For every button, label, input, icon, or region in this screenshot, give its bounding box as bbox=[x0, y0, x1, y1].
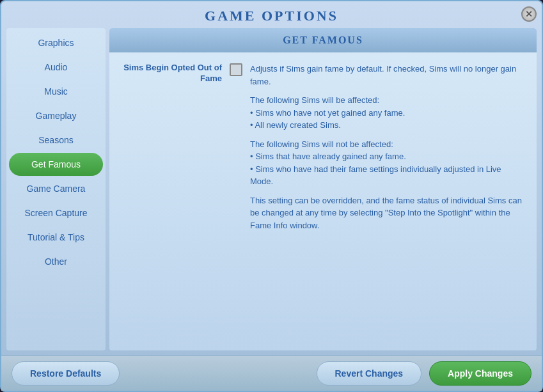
sidebar-item-screen-capture[interactable]: Screen Capture bbox=[9, 201, 103, 224]
desc-2-text: The following Sims will be affected:• Si… bbox=[250, 95, 405, 130]
desc-3: The following Sims will not be affected:… bbox=[250, 138, 526, 188]
desc-3-text: The following Sims will not be affected:… bbox=[250, 139, 501, 187]
option-label: Sims Begin Opted Out of Fame bbox=[120, 63, 222, 84]
apply-changes-button[interactable]: Apply Changes bbox=[429, 361, 531, 386]
sidebar-item-game-camera[interactable]: Game Camera bbox=[9, 177, 103, 200]
checkbox-wrapper bbox=[230, 63, 242, 76]
revert-changes-button[interactable]: Revert Changes bbox=[317, 361, 422, 386]
modal-title-bar: Game Options ✕ bbox=[1, 1, 542, 28]
sidebar-item-music[interactable]: Music bbox=[9, 80, 103, 103]
option-description: Adjusts if Sims gain fame by default. If… bbox=[250, 63, 526, 231]
desc-1: Adjusts if Sims gain fame by default. If… bbox=[250, 63, 526, 88]
sidebar-item-graphics[interactable]: Graphics bbox=[9, 31, 103, 54]
game-options-modal: Game Options ✕ Graphics Audio Music Game… bbox=[0, 0, 543, 392]
sidebar-item-audio[interactable]: Audio bbox=[9, 56, 103, 79]
close-button[interactable]: ✕ bbox=[521, 6, 537, 22]
sidebar: Graphics Audio Music Gameplay Seasons Ge… bbox=[6, 28, 106, 350]
content-header: Get Famous bbox=[109, 28, 537, 52]
content-body: Sims Begin Opted Out of Fame Adjusts if … bbox=[109, 52, 537, 350]
fame-option-row: Sims Begin Opted Out of Fame Adjusts if … bbox=[120, 63, 526, 231]
modal-footer: Restore Defaults Revert Changes Apply Ch… bbox=[1, 356, 542, 391]
sidebar-item-get-famous[interactable]: Get Famous bbox=[9, 153, 103, 176]
sidebar-item-tutorial-tips[interactable]: Tutorial & Tips bbox=[9, 226, 103, 249]
restore-defaults-button[interactable]: Restore Defaults bbox=[12, 361, 120, 386]
opted-out-checkbox[interactable] bbox=[230, 63, 242, 76]
modal-body: Graphics Audio Music Gameplay Seasons Ge… bbox=[1, 28, 542, 356]
modal-title: Game Options bbox=[205, 8, 338, 24]
footer-right-buttons: Revert Changes Apply Changes bbox=[317, 361, 532, 386]
sidebar-item-other[interactable]: Other bbox=[9, 250, 103, 273]
sidebar-item-gameplay[interactable]: Gameplay bbox=[9, 104, 103, 127]
content-header-text: Get Famous bbox=[283, 35, 363, 45]
content-panel: Get Famous Sims Begin Opted Out of Fame … bbox=[109, 28, 537, 350]
desc-2: The following Sims will be affected:• Si… bbox=[250, 94, 526, 132]
sidebar-item-seasons[interactable]: Seasons bbox=[9, 129, 103, 152]
desc-4: This setting can be overridden, and the … bbox=[250, 194, 526, 232]
